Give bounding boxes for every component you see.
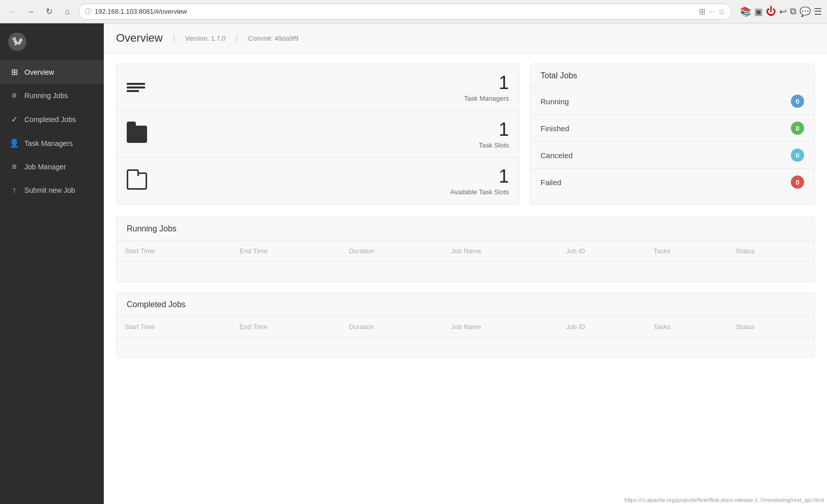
completed-col-tasks: Tasks [645, 317, 727, 337]
sidebar-item-submit-job[interactable]: ↑ Submit new Job [0, 179, 104, 202]
main-content: 1 Task Managers 1 Task Slots [104, 53, 827, 378]
library-icon[interactable]: 📚 [740, 6, 751, 17]
app-logo: 🐿 [8, 33, 26, 51]
failed-label: Failed [540, 178, 561, 187]
completed-jobs-icon: ✓ [9, 114, 19, 124]
address-bar[interactable]: ⓘ ⊞ ··· ☆ [78, 4, 732, 20]
sidebar-logo: 🐿 [0, 23, 104, 60]
completed-jobs-title: Completed Jobs [117, 293, 814, 317]
task-slots-card: 1 Task Slots [117, 111, 519, 158]
sidebar-item-task-managers-label: Task Managers [24, 139, 73, 147]
app-body: 🐿 ⊞ Overview ≡ Running Jobs ✓ Completed … [0, 23, 827, 504]
task-managers-card-icon [127, 83, 145, 92]
forward-button[interactable]: → [23, 5, 38, 19]
version-label: Version: 1.7.0 [185, 35, 226, 42]
sidebar-nav: ⊞ Overview ≡ Running Jobs ✓ Completed Jo… [0, 60, 104, 504]
page-title: Overview [116, 32, 163, 45]
finished-badge: 0 [791, 122, 804, 135]
completed-col-duration: Duration [341, 317, 443, 337]
running-jobs-header-row: Start Time End Time Duration Job Name Jo… [117, 241, 814, 261]
sidebar: 🐿 ⊞ Overview ≡ Running Jobs ✓ Completed … [0, 23, 104, 504]
available-slots-label: Available Task Slots [155, 188, 509, 196]
security-icon: ⓘ [85, 7, 92, 16]
failed-jobs-row: Failed 0 [530, 169, 814, 195]
sidebar-item-overview-label: Overview [24, 68, 54, 76]
running-col-tasks: Tasks [645, 241, 727, 261]
header-separator: | [173, 34, 175, 43]
running-col-job-name: Job Name [443, 241, 558, 261]
running-col-end-time: End Time [232, 241, 341, 261]
overview-icon: ⊞ [9, 67, 19, 77]
completed-jobs-section: Completed Jobs Start Time End Time Durat… [116, 292, 815, 358]
running-jobs-table: Start Time End Time Duration Job Name Jo… [117, 241, 814, 282]
running-col-duration: Duration [341, 241, 443, 261]
canceled-badge: 0 [791, 149, 804, 162]
completed-col-start-time: Start Time [117, 317, 232, 337]
completed-jobs-table: Start Time End Time Duration Job Name Jo… [117, 317, 814, 358]
bookmark-icon: ☆ [718, 7, 725, 16]
sidebar-item-overview[interactable]: ⊞ Overview [0, 60, 104, 84]
sidebar-toggle-icon[interactable]: ▣ [754, 6, 763, 17]
sidebar-item-completed-jobs-label: Completed Jobs [24, 115, 76, 124]
completed-col-status: Status [728, 317, 814, 337]
reload-button[interactable]: ↻ [42, 5, 56, 19]
home-button[interactable]: ⌂ [60, 5, 74, 19]
qr-icon: ⊞ [699, 7, 705, 16]
available-slots-info: 1 Available Task Slots [155, 166, 509, 196]
bottom-url: https://ci.apache.org/projects/flink/fli… [621, 496, 827, 504]
sidebar-item-completed-jobs[interactable]: ✓ Completed Jobs [0, 107, 104, 131]
commit-label: Commit: 49da9f9 [248, 35, 299, 42]
task-managers-label: Task Managers [153, 95, 509, 102]
completed-jobs-empty-row [117, 337, 814, 357]
completed-col-job-id: Job ID [558, 317, 645, 337]
finished-label: Finished [540, 124, 569, 133]
undo-icon[interactable]: ↩ [779, 6, 787, 17]
browser-tools: 📚 ▣ ⏻ ↩ ⧉ 💬 ☰ [740, 6, 822, 17]
sidebar-item-running-jobs-label: Running Jobs [24, 92, 68, 100]
task-slots-card-icon [127, 126, 147, 143]
sidebar-item-submit-job-label: Submit new Job [24, 186, 75, 194]
task-slots-info: 1 Task Slots [155, 119, 509, 149]
job-manager-icon: ≡ [9, 162, 19, 171]
sidebar-item-task-managers[interactable]: 👤 Task Managers [0, 131, 104, 155]
page-header: Overview | Version: 1.7.0 | Commit: 49da… [104, 23, 827, 53]
total-jobs-title: Total Jobs [530, 64, 814, 88]
running-col-job-id: Job ID [558, 241, 645, 261]
running-jobs-row: Running 0 [530, 88, 814, 115]
running-jobs-section: Running Jobs Start Time End Time Duratio… [116, 217, 815, 282]
stats-cards: 1 Task Managers 1 Task Slots [116, 64, 520, 204]
header-separator2: | [236, 34, 238, 43]
sidebar-item-job-manager[interactable]: ≡ Job Manager [0, 155, 104, 179]
task-managers-count: 1 [153, 72, 509, 94]
total-jobs-card: Total Jobs Running 0 Finished 0 Canceled… [530, 64, 815, 204]
addon-icon[interactable]: ⏻ [766, 6, 776, 17]
content-area: Overview | Version: 1.7.0 | Commit: 49da… [104, 23, 827, 504]
task-slots-count: 1 [155, 119, 509, 140]
completed-jobs-header-row: Start Time End Time Duration Job Name Jo… [117, 317, 814, 337]
menu-icon[interactable]: ☰ [814, 6, 822, 17]
task-managers-info: 1 Task Managers [153, 72, 509, 102]
running-col-status: Status [728, 241, 814, 261]
back-button[interactable]: ← [5, 5, 19, 19]
available-slots-card: 1 Available Task Slots [117, 158, 519, 204]
sidebar-item-running-jobs[interactable]: ≡ Running Jobs [0, 84, 104, 107]
sidebar-item-job-manager-label: Job Manager [24, 163, 66, 171]
completed-col-end-time: End Time [232, 317, 341, 337]
more-icon: ··· [708, 7, 715, 16]
running-col-start-time: Start Time [117, 241, 232, 261]
running-jobs-icon: ≡ [9, 91, 19, 100]
canceled-jobs-row: Canceled 0 [530, 142, 814, 169]
available-slots-count: 1 [155, 166, 509, 187]
task-managers-icon: 👤 [9, 138, 19, 148]
puzzle-icon[interactable]: ⧉ [790, 6, 796, 17]
url-input[interactable] [95, 8, 696, 15]
running-badge: 0 [791, 95, 804, 108]
available-slots-card-icon [127, 172, 147, 190]
top-section: 1 Task Managers 1 Task Slots [116, 64, 815, 204]
completed-col-job-name: Job Name [443, 317, 558, 337]
running-label: Running [540, 97, 569, 106]
chat-icon[interactable]: 💬 [800, 6, 811, 17]
running-jobs-title: Running Jobs [117, 217, 814, 241]
failed-badge: 0 [791, 175, 804, 189]
submit-job-icon: ↑ [9, 186, 19, 195]
